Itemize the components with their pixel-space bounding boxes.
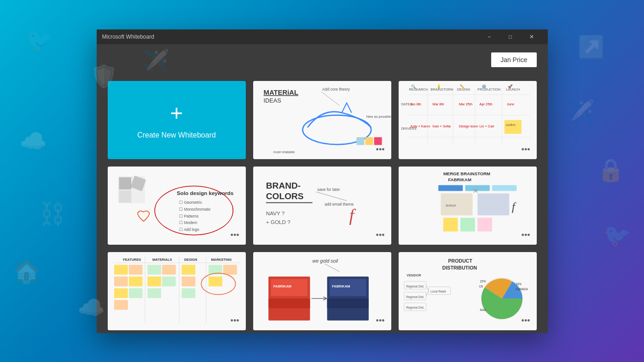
more-options-button-8[interactable]: ••• bbox=[519, 315, 533, 327]
app-header: Jan Price bbox=[97, 44, 548, 75]
svg-rect-92 bbox=[162, 264, 176, 274]
svg-text:FABRIKAM: FABRIKAM bbox=[448, 177, 471, 182]
svg-text:COLORS: COLORS bbox=[266, 191, 303, 201]
whiteboard-card-4[interactable]: BRAND- COLORS NAVY ? + GOLD ? f save for… bbox=[253, 167, 391, 245]
svg-text:f: f bbox=[511, 200, 516, 213]
plus-icon: + bbox=[170, 100, 183, 126]
thumbnail-6: FEATURES MATERIALS DESIGN MARKETING bbox=[108, 252, 246, 330]
svg-rect-96 bbox=[181, 288, 195, 298]
svg-text:+ GOLD ?: + GOLD ? bbox=[266, 219, 290, 225]
svg-line-129 bbox=[426, 290, 428, 296]
svg-text:texture: texture bbox=[446, 203, 456, 207]
title-bar: Microsoft Whiteboard − □ ✕ bbox=[97, 29, 548, 44]
svg-text:most relatable: most relatable bbox=[273, 150, 295, 154]
maximize-button[interactable]: □ bbox=[500, 29, 521, 44]
svg-text:FABRIKAM: FABRIKAM bbox=[273, 284, 291, 288]
svg-text:Lin + Carl: Lin + Carl bbox=[479, 124, 494, 128]
close-button[interactable]: ✕ bbox=[521, 29, 542, 44]
svg-rect-65 bbox=[492, 185, 516, 191]
svg-text:FEATURES: FEATURES bbox=[123, 258, 141, 262]
svg-text:🚀: 🚀 bbox=[508, 84, 513, 89]
svg-text:Jan 8th: Jan 8th bbox=[410, 102, 421, 106]
svg-text:Ivan + Sofia: Ivan + Sofia bbox=[432, 124, 451, 128]
svg-text:add email theme: add email theme bbox=[325, 202, 354, 207]
thumbnail-5: MERGE BRAINSTORM FABRIKAM texture bbox=[399, 167, 537, 245]
svg-text:PRODUCT: PRODUCT bbox=[448, 258, 472, 264]
svg-text:confirm: confirm bbox=[505, 123, 515, 126]
svg-text:MATERIALS: MATERIALS bbox=[152, 258, 172, 262]
svg-rect-91 bbox=[147, 288, 161, 298]
svg-text:☐ Geometric: ☐ Geometric bbox=[179, 200, 202, 204]
svg-rect-89 bbox=[147, 264, 161, 274]
svg-rect-93 bbox=[162, 276, 176, 286]
thumbnail-2: RESEARCH BRAINSTORM DESIGN PRODUCTION LA… bbox=[399, 81, 537, 159]
svg-rect-83 bbox=[114, 276, 128, 286]
app-content: + Create New Whiteboard MATERiAL IDEAS bbox=[97, 75, 548, 333]
svg-rect-106 bbox=[268, 298, 310, 308]
whiteboard-grid: + Create New Whiteboard MATERiAL IDEAS bbox=[108, 81, 537, 330]
svg-rect-3 bbox=[356, 137, 364, 145]
svg-text:☐ Add logo: ☐ Add logo bbox=[179, 227, 199, 232]
svg-text:DISTRIBUTION: DISTRIBUTION bbox=[442, 265, 476, 270]
svg-text:CANADA: CANADA bbox=[516, 287, 528, 290]
svg-rect-95 bbox=[181, 276, 195, 286]
more-options-button-2[interactable]: ••• bbox=[519, 144, 533, 155]
svg-text:⚙️: ⚙️ bbox=[481, 84, 486, 89]
whiteboard-card-3[interactable]: Solo design keywords ☐ Geometric ☐ Monoc… bbox=[108, 167, 246, 245]
svg-rect-88 bbox=[128, 288, 142, 298]
whiteboard-card-2[interactable]: RESEARCH BRAINSTORM DESIGN PRODUCTION LA… bbox=[399, 81, 537, 159]
svg-rect-63 bbox=[438, 185, 463, 191]
svg-text:Design team: Design team bbox=[458, 124, 478, 128]
more-options-button-4[interactable]: ••• bbox=[373, 229, 388, 241]
svg-rect-82 bbox=[114, 264, 128, 274]
thumbnail-3: Solo design keywords ☐ Geometric ☐ Monoc… bbox=[108, 167, 246, 245]
svg-text:☐ Modern: ☐ Modern bbox=[179, 220, 197, 225]
window-title: Microsoft Whiteboard bbox=[102, 34, 479, 40]
svg-text:15%: 15% bbox=[480, 279, 486, 282]
whiteboard-card-1[interactable]: MATERiAL IDEAS Add core theory New bbox=[253, 81, 391, 159]
minimize-button[interactable]: − bbox=[479, 29, 500, 44]
whiteboard-card-5[interactable]: MERGE BRAINSTORM FABRIKAM texture bbox=[399, 167, 537, 245]
svg-rect-41 bbox=[119, 177, 131, 190]
svg-text:10%: 10% bbox=[516, 282, 522, 286]
svg-line-59 bbox=[316, 192, 347, 201]
more-options-button-5[interactable]: ••• bbox=[519, 229, 533, 241]
svg-text:New as possible: New as possible bbox=[366, 114, 391, 118]
svg-rect-69 bbox=[443, 218, 458, 231]
svg-text:FABRIKAM: FABRIKAM bbox=[332, 284, 350, 288]
svg-rect-84 bbox=[114, 288, 128, 298]
create-new-whiteboard-card[interactable]: + Create New Whiteboard bbox=[108, 81, 246, 159]
svg-text:June: June bbox=[507, 102, 514, 106]
svg-rect-42 bbox=[119, 190, 131, 203]
whiteboard-card-6[interactable]: FEATURES MATERIALS DESIGN MARKETING bbox=[108, 252, 246, 330]
svg-text:PRODUCTION: PRODUCTION bbox=[477, 87, 500, 92]
svg-rect-68 bbox=[477, 193, 509, 215]
svg-rect-26 bbox=[504, 120, 521, 134]
svg-text:we gold soil: we gold soil bbox=[312, 258, 338, 264]
svg-text:🔍: 🔍 bbox=[411, 84, 416, 89]
svg-text:save for later: save for later bbox=[317, 187, 340, 192]
svg-text:Solo design keywords: Solo design keywords bbox=[177, 190, 234, 195]
svg-text:MERGE BRAINSTORM: MERGE BRAINSTORM bbox=[443, 171, 490, 176]
svg-text:BRAND-: BRAND- bbox=[266, 180, 300, 190]
svg-text:Judy + Karen: Judy + Karen bbox=[410, 124, 430, 128]
more-options-button-1[interactable]: ••• bbox=[373, 144, 388, 155]
svg-line-128 bbox=[426, 285, 428, 291]
svg-text:✏️: ✏️ bbox=[460, 84, 465, 89]
svg-text:✕: ✕ bbox=[472, 187, 478, 195]
svg-text:Asia: Asia bbox=[480, 308, 486, 311]
more-options-button-3[interactable]: ••• bbox=[228, 229, 242, 241]
svg-rect-87 bbox=[128, 276, 142, 286]
svg-rect-85 bbox=[114, 300, 128, 310]
more-options-button-7[interactable]: ••• bbox=[373, 315, 388, 327]
svg-text:Add core theory: Add core theory bbox=[322, 87, 350, 92]
svg-text:DESIGN: DESIGN bbox=[184, 258, 197, 262]
svg-rect-110 bbox=[327, 298, 368, 308]
user-badge[interactable]: Jan Price bbox=[491, 52, 536, 67]
svg-text:💡: 💡 bbox=[436, 84, 441, 89]
thumbnail-1: MATERiAL IDEAS Add core theory New bbox=[253, 81, 391, 159]
whiteboard-card-8[interactable]: PRODUCT DISTRIBUTION 10% CANADA 15% US bbox=[399, 252, 537, 330]
more-options-button-6[interactable]: ••• bbox=[228, 315, 242, 327]
whiteboard-card-7[interactable]: we gold soil FABRIKAM FABRIKAM bbox=[253, 252, 391, 330]
svg-line-102 bbox=[325, 264, 339, 271]
